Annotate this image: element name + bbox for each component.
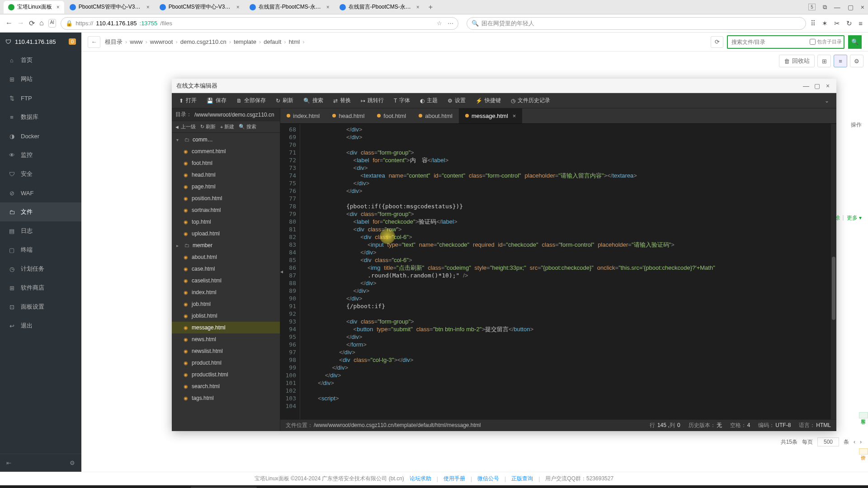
tree-file[interactable]: ◉tags.html xyxy=(172,392,280,404)
apps-icon[interactable]: ⠿ xyxy=(811,19,816,28)
history-icon[interactable]: ↻ xyxy=(846,19,852,28)
sidebar-item[interactable]: ⊡面板设置 xyxy=(0,297,81,316)
bookmark-star-icon[interactable]: ☆ xyxy=(437,20,442,27)
pagination-next-icon[interactable]: › xyxy=(860,439,862,445)
tree-file[interactable]: ◉sortnav.html xyxy=(172,204,280,216)
tab-close-icon[interactable]: × xyxy=(513,113,516,119)
view-grid-button[interactable]: ⊞ xyxy=(817,55,831,67)
close-icon[interactable]: × xyxy=(416,4,420,10)
footer-link[interactable]: 使用手册 xyxy=(443,475,465,483)
view-settings-button[interactable]: ⚙ xyxy=(850,55,863,67)
tree-file[interactable]: ◉comment.html xyxy=(172,145,280,157)
tree-folder[interactable]: ▸🗀member xyxy=(172,239,280,251)
notify-badge[interactable]: 0 xyxy=(69,38,76,45)
sidebar-item[interactable]: 🗀文件 xyxy=(0,202,81,221)
window-close-icon[interactable]: × xyxy=(861,4,864,11)
op-up[interactable]: ◄ 上一级 xyxy=(175,123,196,130)
address-bar[interactable]: 🔒 https://110.41.176.185:13755/files ☆ ⋯ xyxy=(61,17,458,30)
editor-close-icon[interactable]: × xyxy=(824,82,832,89)
tree-file[interactable]: ◉case.html xyxy=(172,263,280,275)
close-icon[interactable]: × xyxy=(57,4,60,10)
recycle-bin-button[interactable]: 🗑回收站 xyxy=(779,55,815,67)
op-search[interactable]: 🔍 搜索 xyxy=(239,123,256,130)
settings-icon[interactable]: ⚙ xyxy=(70,460,75,466)
tree-file[interactable]: ◉top.html xyxy=(172,216,280,228)
status-spaces[interactable]: 空格：4 xyxy=(730,422,750,429)
sidebar-item[interactable]: ⊞软件商店 xyxy=(0,278,81,297)
sidebar-item[interactable]: ⊞网站 xyxy=(0,70,81,89)
status-language[interactable]: 语言：HTML xyxy=(799,422,831,429)
editor-menu-item[interactable]: T字体 xyxy=(389,95,415,106)
window-minimize-icon[interactable]: — xyxy=(834,4,840,11)
tree-file[interactable]: ◉page.html xyxy=(172,181,280,192)
browser-search-input[interactable]: 🔍 困在网贷里的年轻人 xyxy=(467,17,806,30)
sidebar-item[interactable]: ◷计划任务 xyxy=(0,259,81,278)
close-icon[interactable]: × xyxy=(146,4,150,10)
tree-file[interactable]: ◉product.html xyxy=(172,357,280,369)
tree-file[interactable]: ◉newslist.html xyxy=(172,345,280,357)
status-history[interactable]: 历史版本：无 xyxy=(689,422,722,429)
editor-menu-item[interactable]: 💾保存 xyxy=(202,95,231,106)
new-tab-button[interactable]: + xyxy=(425,1,436,14)
sidebar-item[interactable]: ◑Docker xyxy=(0,127,81,145)
breadcrumb-root[interactable]: 根目录 xyxy=(105,38,123,46)
editor-menu-item[interactable]: ↻刷新 xyxy=(271,95,298,106)
breadcrumb-reload-button[interactable]: ⟳ xyxy=(711,36,723,48)
nav-reload-icon[interactable]: ⟳ xyxy=(29,19,35,28)
tree-folder[interactable]: ▾🗀comm… xyxy=(172,134,280,145)
customer-service-tab[interactable]: 客服 xyxy=(859,412,868,418)
nav-forward-icon[interactable]: → xyxy=(17,19,24,28)
tree-file[interactable]: ◉search.html xyxy=(172,380,280,392)
editor-tab[interactable]: head.html xyxy=(326,108,371,123)
view-list-button[interactable]: ≡ xyxy=(834,55,847,67)
tree-file[interactable]: ◉productlist.html xyxy=(172,369,280,380)
sidebar-item[interactable]: ⊘WAF xyxy=(0,183,81,202)
scissors-icon[interactable]: ✂ xyxy=(834,19,840,28)
breadcrumb-seg[interactable]: default xyxy=(264,38,281,45)
editor-menu-item[interactable]: ◷文件历史记录 xyxy=(506,95,555,106)
editor-menu-item[interactable]: 🗎全部保存 xyxy=(232,95,270,106)
close-icon[interactable]: × xyxy=(326,4,330,10)
sidebar-item[interactable]: ≡数据库 xyxy=(0,108,81,127)
sidebar-item[interactable]: 👁监控 xyxy=(0,145,81,164)
footer-link[interactable]: 正版查询 xyxy=(511,475,533,483)
tree-file[interactable]: ◉joblist.html xyxy=(172,310,280,322)
downloads-icon[interactable]: 5 xyxy=(808,4,816,10)
editor-tab[interactable]: about.html xyxy=(412,108,459,123)
tree-file[interactable]: ◉job.html xyxy=(172,298,280,310)
breadcrumb-seg[interactable]: demo.csgz110.cn xyxy=(180,38,226,45)
breadcrumb-seg[interactable]: html xyxy=(289,38,300,45)
scrollbar-thumb[interactable] xyxy=(832,257,835,320)
tree-file[interactable]: ◉foot.html xyxy=(172,157,280,169)
tree-file[interactable]: ◉news.html xyxy=(172,333,280,345)
sidebar-item[interactable]: ↩退出 xyxy=(0,316,81,335)
breadcrumb-back-button[interactable]: ← xyxy=(88,36,100,48)
star-icon[interactable]: ✶ xyxy=(822,19,828,28)
editor-tab[interactable]: message.html× xyxy=(459,108,523,123)
tree-file[interactable]: ◉caselist.html xyxy=(172,275,280,286)
code-area[interactable]: ◂ 68 69 70 71 72 73 74 75 76 77 78 79 80… xyxy=(280,124,836,419)
breadcrumb-seg[interactable]: template xyxy=(234,38,256,45)
nav-home-icon[interactable]: ⌂ xyxy=(39,19,44,28)
editor-maximize-icon[interactable]: ▢ xyxy=(813,82,821,89)
include-subdir-checkbox[interactable]: 包含子目录 xyxy=(808,38,844,45)
file-search-input[interactable] xyxy=(728,39,808,45)
footer-link[interactable]: 论坛求助 xyxy=(410,475,431,483)
browser-tab[interactable]: 在线留言-PbootCMS-永久开× xyxy=(245,1,334,14)
editor-tab[interactable]: foot.html xyxy=(371,108,412,123)
op-refresh[interactable]: ↻ 刷新 xyxy=(200,123,216,130)
browser-tab[interactable]: PbootCMS管理中心-V3.2.5× xyxy=(155,1,244,14)
breadcrumb-seg[interactable]: www xyxy=(130,38,142,45)
editor-menu-item[interactable]: 🔍搜索 xyxy=(299,95,328,106)
file-search-button[interactable]: 🔍 xyxy=(848,35,862,49)
panel-toggle-icon[interactable]: ◂ xyxy=(280,268,283,275)
editor-menu-item[interactable]: ⬆打开 xyxy=(175,95,201,106)
editor-minimize-icon[interactable]: — xyxy=(802,82,810,89)
action-more[interactable]: 更多 ▾ xyxy=(847,214,862,222)
tree-file[interactable]: ◉message.html xyxy=(172,322,280,333)
tree-file[interactable]: ◉about.html xyxy=(172,251,280,263)
window-maximize-icon[interactable]: ▢ xyxy=(848,4,854,11)
editor-menu-item[interactable]: ↦跳转行 xyxy=(356,95,388,106)
vertical-scrollbar[interactable] xyxy=(831,124,836,419)
tree-file[interactable]: ◉index.html xyxy=(172,286,280,298)
